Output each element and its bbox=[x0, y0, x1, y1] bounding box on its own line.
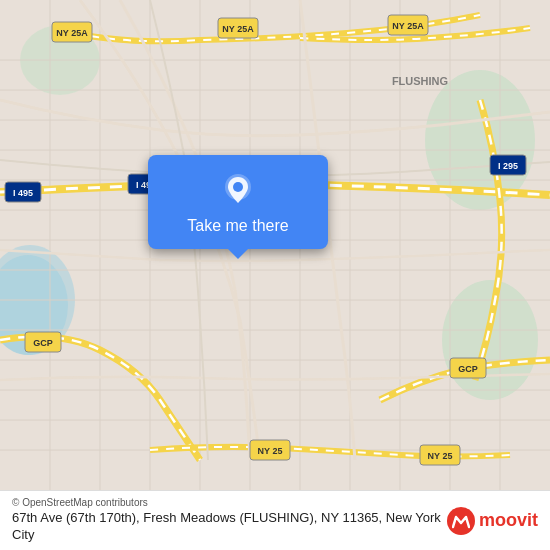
svg-text:NY 25: NY 25 bbox=[258, 446, 283, 456]
address-text: 67th Ave (67th 170th), Fresh Meadows (FL… bbox=[12, 510, 447, 544]
svg-text:GCP: GCP bbox=[458, 364, 478, 374]
map-container[interactable]: NY 25A NY 25A NY 25A I 495 I 495 I 295 G… bbox=[0, 0, 550, 490]
svg-text:I 295: I 295 bbox=[498, 161, 518, 171]
location-pin-icon bbox=[220, 173, 256, 209]
svg-text:NY 25A: NY 25A bbox=[56, 28, 88, 38]
svg-text:NY 25: NY 25 bbox=[428, 451, 453, 461]
bottom-info: © OpenStreetMap contributors 67th Ave (6… bbox=[12, 497, 447, 544]
popup-label: Take me there bbox=[187, 217, 288, 235]
osm-attribution: © OpenStreetMap contributors bbox=[12, 497, 447, 508]
bottom-bar: © OpenStreetMap contributors 67th Ave (6… bbox=[0, 490, 550, 550]
moovit-brand-name: moovit bbox=[479, 510, 538, 531]
svg-text:NY 25A: NY 25A bbox=[392, 21, 424, 31]
svg-point-52 bbox=[233, 182, 243, 192]
moovit-icon bbox=[447, 507, 475, 535]
svg-text:NY 25A: NY 25A bbox=[222, 24, 254, 34]
svg-text:GCP: GCP bbox=[33, 338, 53, 348]
svg-text:I 495: I 495 bbox=[13, 188, 33, 198]
svg-text:FLUSHING: FLUSHING bbox=[392, 75, 448, 87]
take-me-there-popup[interactable]: Take me there bbox=[148, 155, 328, 249]
moovit-logo[interactable]: moovit bbox=[447, 507, 538, 535]
